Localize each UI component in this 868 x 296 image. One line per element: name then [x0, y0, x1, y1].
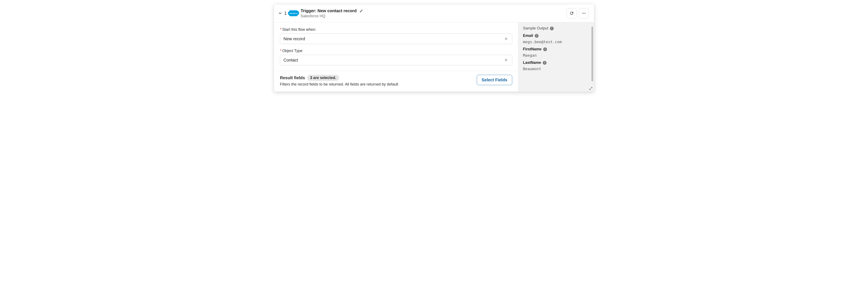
- collapse-chevron-icon[interactable]: [278, 11, 282, 15]
- result-fields-description: Filters the record fields to be returned…: [280, 82, 398, 87]
- step-title-row: Trigger: New contact record: [301, 8, 364, 13]
- sample-field-name: LastName i: [523, 61, 589, 65]
- sample-field-label: FirstName: [523, 47, 541, 52]
- clear-object-type-icon[interactable]: [503, 58, 508, 63]
- scrollbar-thumb[interactable]: [591, 27, 593, 81]
- sample-field-value: Maegan: [523, 53, 589, 58]
- start-flow-select[interactable]: New record: [280, 33, 512, 44]
- sample-field-value: Beaumont: [523, 67, 589, 71]
- object-type-label: Object Type: [280, 49, 512, 53]
- info-icon[interactable]: i: [543, 47, 547, 51]
- result-fields-section: Result fields 3 are selected. Filters th…: [274, 71, 518, 92]
- object-type-value: Contact: [283, 58, 298, 63]
- step-subtitle: Salesforce HQ: [301, 14, 364, 18]
- result-fields-title: Result fields: [280, 75, 305, 80]
- refresh-button[interactable]: [566, 8, 577, 18]
- title-block: Trigger: New contact record Salesforce H…: [301, 8, 364, 18]
- sample-field-name: Email i: [523, 33, 589, 38]
- sample-output-header: Sample Output i: [523, 26, 589, 31]
- select-fields-button[interactable]: Select Fields: [477, 75, 512, 85]
- info-icon[interactable]: i: [543, 61, 547, 65]
- clear-start-flow-icon[interactable]: [503, 36, 508, 41]
- trigger-step-card: 1 salesforce Trigger: New contact record…: [274, 4, 594, 92]
- sample-output-title: Sample Output: [523, 26, 548, 31]
- form-column: Start this flow when: New record Object …: [274, 22, 518, 92]
- more-actions-button[interactable]: [579, 8, 589, 18]
- start-flow-label: Start this flow when:: [280, 27, 512, 32]
- salesforce-logo-text: salesforce: [289, 12, 298, 14]
- step-number: 1: [284, 10, 287, 16]
- sample-field-label: Email: [523, 33, 533, 38]
- sample-output-panel: Sample Output i Email i megs.bee@test.co…: [518, 22, 594, 92]
- start-flow-value: New record: [283, 36, 305, 41]
- expand-panel-icon[interactable]: [589, 87, 593, 90]
- sample-field-value: megs.bee@test.com: [523, 40, 589, 44]
- card-body: Start this flow when: New record Object …: [274, 22, 594, 92]
- svg-point-1: [584, 13, 584, 14]
- svg-point-0: [582, 13, 583, 14]
- step-title: Trigger: New contact record: [301, 8, 356, 13]
- card-header: 1 salesforce Trigger: New contact record…: [274, 4, 594, 22]
- salesforce-logo-icon: salesforce: [289, 10, 298, 16]
- info-icon[interactable]: i: [550, 27, 554, 30]
- edit-title-icon[interactable]: [359, 8, 364, 13]
- sample-field-name: FirstName i: [523, 47, 589, 52]
- svg-point-2: [585, 13, 586, 14]
- sample-field-label: LastName: [523, 61, 541, 65]
- info-icon[interactable]: i: [535, 34, 538, 38]
- object-type-select[interactable]: Contact: [280, 55, 512, 65]
- result-fields-count-badge: 3 are selected.: [307, 75, 339, 81]
